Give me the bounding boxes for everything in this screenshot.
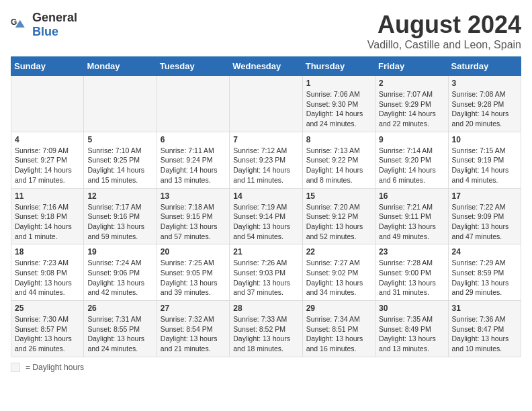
day-info: Sunrise: 7:36 AM Sunset: 8:47 PM Dayligh… bbox=[452, 314, 517, 354]
calendar-cell: 16Sunrise: 7:21 AM Sunset: 9:11 PM Dayli… bbox=[375, 188, 448, 244]
day-number: 22 bbox=[306, 247, 371, 257]
day-number: 17 bbox=[452, 191, 517, 201]
calendar-cell: 9Sunrise: 7:14 AM Sunset: 9:20 PM Daylig… bbox=[375, 132, 448, 188]
day-number: 11 bbox=[15, 191, 80, 201]
calendar-cell: 12Sunrise: 7:17 AM Sunset: 9:16 PM Dayli… bbox=[84, 188, 157, 244]
day-number: 25 bbox=[15, 304, 80, 313]
day-number: 28 bbox=[233, 304, 298, 313]
day-number: 13 bbox=[161, 191, 226, 201]
logo-blue: Blue bbox=[32, 25, 58, 38]
calendar-cell: 29Sunrise: 7:34 AM Sunset: 8:51 PM Dayli… bbox=[302, 301, 375, 357]
header-friday: Friday bbox=[375, 57, 448, 76]
day-info: Sunrise: 7:06 AM Sunset: 9:30 PM Dayligh… bbox=[306, 89, 371, 129]
calendar-cell: 27Sunrise: 7:32 AM Sunset: 8:54 PM Dayli… bbox=[157, 301, 229, 357]
day-number: 6 bbox=[161, 135, 226, 144]
day-number: 20 bbox=[161, 247, 226, 257]
calendar-cell: 14Sunrise: 7:19 AM Sunset: 9:14 PM Dayli… bbox=[230, 188, 302, 244]
calendar-cell bbox=[11, 76, 84, 132]
day-number: 29 bbox=[306, 304, 371, 313]
day-number: 26 bbox=[87, 304, 152, 313]
calendar-cell: 20Sunrise: 7:25 AM Sunset: 9:05 PM Dayli… bbox=[157, 244, 229, 301]
header: G General Blue August 2024 Vadillo, Cast… bbox=[11, 11, 521, 51]
day-info: Sunrise: 7:21 AM Sunset: 9:11 PM Dayligh… bbox=[379, 202, 444, 242]
day-number: 14 bbox=[233, 191, 298, 201]
day-number: 3 bbox=[452, 79, 517, 88]
header-sunday: Sunday bbox=[11, 57, 84, 76]
day-number: 18 bbox=[15, 247, 80, 257]
day-number: 9 bbox=[379, 135, 444, 144]
calendar-cell: 31Sunrise: 7:36 AM Sunset: 8:47 PM Dayli… bbox=[448, 301, 521, 357]
legend: = Daylight hours bbox=[11, 363, 521, 372]
calendar-cell: 17Sunrise: 7:22 AM Sunset: 9:09 PM Dayli… bbox=[448, 188, 521, 244]
day-info: Sunrise: 7:18 AM Sunset: 9:15 PM Dayligh… bbox=[161, 202, 226, 242]
week-row-3: 11Sunrise: 7:16 AM Sunset: 9:18 PM Dayli… bbox=[11, 188, 521, 244]
day-info: Sunrise: 7:08 AM Sunset: 9:28 PM Dayligh… bbox=[452, 89, 517, 129]
day-info: Sunrise: 7:15 AM Sunset: 9:19 PM Dayligh… bbox=[452, 146, 517, 185]
day-info: Sunrise: 7:29 AM Sunset: 8:59 PM Dayligh… bbox=[452, 258, 517, 298]
calendar-header-row: SundayMondayTuesdayWednesdayThursdayFrid… bbox=[11, 57, 521, 76]
day-info: Sunrise: 7:11 AM Sunset: 9:24 PM Dayligh… bbox=[161, 146, 226, 185]
title-area: August 2024 Vadillo, Castille and Leon, … bbox=[367, 11, 521, 51]
day-number: 5 bbox=[87, 135, 152, 144]
calendar-cell: 6Sunrise: 7:11 AM Sunset: 9:24 PM Daylig… bbox=[157, 132, 229, 188]
day-info: Sunrise: 7:07 AM Sunset: 9:29 PM Dayligh… bbox=[379, 89, 444, 129]
calendar-cell: 21Sunrise: 7:26 AM Sunset: 9:03 PM Dayli… bbox=[230, 244, 302, 301]
calendar-cell: 19Sunrise: 7:24 AM Sunset: 9:06 PM Dayli… bbox=[84, 244, 157, 301]
calendar-cell: 26Sunrise: 7:31 AM Sunset: 8:55 PM Dayli… bbox=[84, 301, 157, 357]
calendar-cell bbox=[84, 76, 157, 132]
day-number: 16 bbox=[379, 191, 444, 201]
calendar-cell: 11Sunrise: 7:16 AM Sunset: 9:18 PM Dayli… bbox=[11, 188, 84, 244]
header-thursday: Thursday bbox=[302, 57, 375, 76]
logo-general: General bbox=[32, 11, 77, 24]
day-number: 1 bbox=[306, 79, 371, 88]
day-number: 23 bbox=[379, 247, 444, 257]
day-number: 24 bbox=[452, 247, 517, 257]
day-info: Sunrise: 7:24 AM Sunset: 9:06 PM Dayligh… bbox=[87, 258, 152, 298]
day-number: 12 bbox=[87, 191, 152, 201]
calendar-cell: 10Sunrise: 7:15 AM Sunset: 9:19 PM Dayli… bbox=[448, 132, 521, 188]
day-info: Sunrise: 7:23 AM Sunset: 9:08 PM Dayligh… bbox=[15, 258, 80, 298]
calendar-cell: 22Sunrise: 7:27 AM Sunset: 9:02 PM Dayli… bbox=[302, 244, 375, 301]
day-info: Sunrise: 7:34 AM Sunset: 8:51 PM Dayligh… bbox=[306, 314, 371, 354]
calendar-cell: 30Sunrise: 7:35 AM Sunset: 8:49 PM Dayli… bbox=[375, 301, 448, 357]
day-info: Sunrise: 7:20 AM Sunset: 9:12 PM Dayligh… bbox=[306, 202, 371, 242]
week-row-4: 18Sunrise: 7:23 AM Sunset: 9:08 PM Dayli… bbox=[11, 244, 521, 301]
header-monday: Monday bbox=[84, 57, 157, 76]
day-number: 31 bbox=[452, 304, 517, 313]
day-info: Sunrise: 7:19 AM Sunset: 9:14 PM Dayligh… bbox=[233, 202, 298, 242]
day-number: 10 bbox=[452, 135, 517, 144]
main-title: August 2024 bbox=[367, 11, 521, 39]
legend-label: = Daylight hours bbox=[26, 363, 84, 372]
day-number: 7 bbox=[233, 135, 298, 144]
calendar-cell: 8Sunrise: 7:13 AM Sunset: 9:22 PM Daylig… bbox=[302, 132, 375, 188]
day-number: 8 bbox=[306, 135, 371, 144]
calendar-cell: 13Sunrise: 7:18 AM Sunset: 9:15 PM Dayli… bbox=[157, 188, 229, 244]
day-number: 19 bbox=[87, 247, 152, 257]
day-info: Sunrise: 7:31 AM Sunset: 8:55 PM Dayligh… bbox=[87, 314, 152, 354]
calendar-cell bbox=[157, 76, 229, 132]
week-row-1: 1Sunrise: 7:06 AM Sunset: 9:30 PM Daylig… bbox=[11, 76, 521, 132]
day-info: Sunrise: 7:10 AM Sunset: 9:25 PM Dayligh… bbox=[87, 146, 152, 185]
calendar-cell: 4Sunrise: 7:09 AM Sunset: 9:27 PM Daylig… bbox=[11, 132, 84, 188]
logo-icon: G bbox=[11, 15, 30, 34]
day-info: Sunrise: 7:30 AM Sunset: 8:57 PM Dayligh… bbox=[15, 314, 80, 354]
day-info: Sunrise: 7:28 AM Sunset: 9:00 PM Dayligh… bbox=[379, 258, 444, 298]
calendar-cell: 18Sunrise: 7:23 AM Sunset: 9:08 PM Dayli… bbox=[11, 244, 84, 301]
header-tuesday: Tuesday bbox=[157, 57, 229, 76]
day-info: Sunrise: 7:17 AM Sunset: 9:16 PM Dayligh… bbox=[87, 202, 152, 242]
calendar-cell: 28Sunrise: 7:33 AM Sunset: 8:52 PM Dayli… bbox=[230, 301, 302, 357]
header-wednesday: Wednesday bbox=[230, 57, 302, 76]
calendar-cell: 25Sunrise: 7:30 AM Sunset: 8:57 PM Dayli… bbox=[11, 301, 84, 357]
calendar-table: SundayMondayTuesdayWednesdayThursdayFrid… bbox=[11, 56, 521, 357]
day-number: 30 bbox=[379, 304, 444, 313]
calendar-cell: 7Sunrise: 7:12 AM Sunset: 9:23 PM Daylig… bbox=[230, 132, 302, 188]
calendar-cell bbox=[230, 76, 302, 132]
legend-box bbox=[11, 363, 20, 372]
calendar-cell: 2Sunrise: 7:07 AM Sunset: 9:29 PM Daylig… bbox=[375, 76, 448, 132]
calendar-cell: 24Sunrise: 7:29 AM Sunset: 8:59 PM Dayli… bbox=[448, 244, 521, 301]
week-row-2: 4Sunrise: 7:09 AM Sunset: 9:27 PM Daylig… bbox=[11, 132, 521, 188]
day-info: Sunrise: 7:13 AM Sunset: 9:22 PM Dayligh… bbox=[306, 146, 371, 185]
week-row-5: 25Sunrise: 7:30 AM Sunset: 8:57 PM Dayli… bbox=[11, 301, 521, 357]
subtitle: Vadillo, Castille and Leon, Spain bbox=[367, 39, 521, 51]
day-info: Sunrise: 7:27 AM Sunset: 9:02 PM Dayligh… bbox=[306, 258, 371, 298]
